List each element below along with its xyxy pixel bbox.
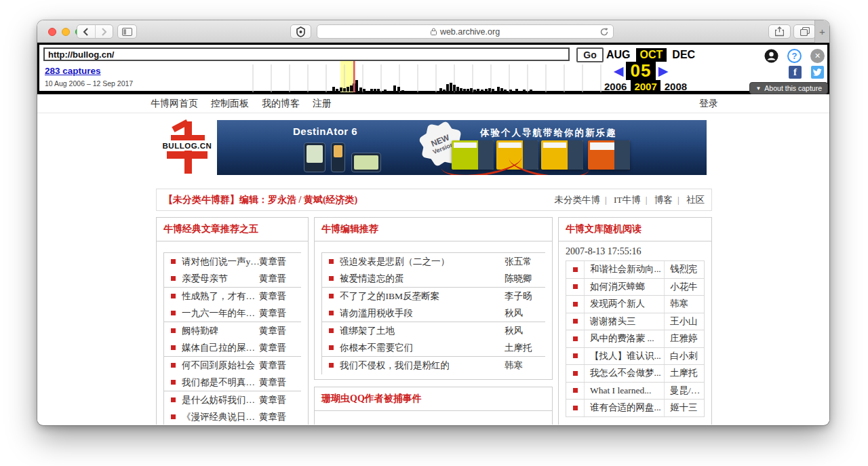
article-link[interactable]: 请对他们说一声y… [182, 256, 259, 268]
site-nav-link[interactable]: 我的博客 [262, 98, 300, 110]
site-nav-link[interactable]: 控制面板 [211, 98, 249, 110]
minimize-window-button[interactable] [62, 28, 70, 36]
extension-icon[interactable] [290, 24, 311, 39]
captures-link[interactable]: 283 captures [45, 66, 101, 76]
category-link[interactable]: 未分类牛博 [555, 194, 601, 206]
month-current[interactable]: OCT [636, 48, 667, 62]
article-link[interactable]: What I learned... [584, 383, 665, 400]
author-link[interactable]: 韩寒 [665, 298, 704, 310]
author-link[interactable]: 黄章晋 [259, 360, 301, 372]
author-link[interactable]: 秋风 [505, 325, 545, 337]
article-link[interactable]: 谢谢猪头三 [584, 313, 665, 330]
article-link[interactable]: 如何消灭蟑螂 [584, 279, 665, 296]
year-current[interactable]: 2007 [631, 80, 660, 93]
article-link[interactable]: 《漫评经典说日… [182, 411, 259, 423]
category-link[interactable]: 社区 [673, 194, 705, 206]
site-nav-link[interactable]: 牛博网首页 [151, 98, 198, 110]
article-link[interactable]: 发现两个新人 [584, 296, 665, 313]
back-button[interactable] [77, 25, 95, 38]
author-link[interactable]: 白小刺 [665, 350, 704, 362]
bullet-icon [566, 400, 584, 416]
facebook-icon[interactable]: f [789, 66, 802, 79]
article-link[interactable]: 我们不侵权，我们是粉红的 [340, 360, 505, 372]
author-link[interactable]: 小花牛 [665, 281, 704, 293]
author-link[interactable]: 黄章晋 [259, 325, 301, 337]
article-link[interactable]: 请勿滥用税收手段 [340, 307, 505, 319]
author-link[interactable]: 陈晓卿 [505, 273, 545, 285]
close-toolbar-icon[interactable]: ✕ [810, 49, 825, 63]
article-link[interactable]: 你根本不需要它们 [340, 342, 505, 354]
author-link[interactable]: 黄章晋 [259, 376, 301, 389]
author-link[interactable]: 王小山 [665, 315, 704, 328]
help-icon[interactable]: ? [787, 49, 802, 63]
author-link[interactable]: 土摩托 [665, 367, 704, 379]
twitter-icon[interactable] [811, 66, 824, 79]
author-link[interactable]: 秋风 [505, 307, 545, 319]
article-link[interactable]: 不了了之的IBM反垄断案 [340, 290, 505, 303]
article-link[interactable]: 我怎么不会做梦... [584, 365, 665, 382]
author-link[interactable]: 曼昆/… [665, 385, 704, 397]
author-link[interactable]: 李子旸 [505, 290, 545, 303]
login-link[interactable]: 登录 [699, 98, 718, 110]
year-prev[interactable]: 2006 [601, 80, 629, 93]
article-link[interactable]: 性成熟了，才有… [182, 290, 259, 303]
article-link[interactable]: 一九六一年的年… [182, 307, 259, 319]
author-link[interactable]: 黄章晋 [259, 290, 301, 303]
article-row: 亲爱母亲节 黄章晋 [164, 271, 301, 288]
article-link[interactable]: 亲爱母亲节 [182, 273, 259, 285]
author-link[interactable]: 黄章晋 [259, 307, 301, 319]
article-link[interactable]: 风中的费洛蒙 ... [584, 330, 665, 347]
category-link[interactable]: IT牛博 [600, 194, 641, 206]
article-link[interactable]: 和谐社会新动向... [584, 261, 665, 278]
sidebar-toggle-button[interactable] [117, 24, 137, 39]
close-window-button[interactable] [48, 28, 56, 36]
profile-icon[interactable] [764, 49, 778, 63]
browser-titlebar: web.archive.org + [37, 20, 829, 43]
year-next[interactable]: 2008 [662, 80, 690, 93]
share-button[interactable] [768, 24, 791, 39]
author-link[interactable]: 姬十三 [665, 402, 704, 414]
author-link[interactable]: 庄雅婷 [665, 332, 704, 345]
article-link[interactable]: 媒体自己拉的屎… [182, 342, 259, 354]
author-link[interactable]: 黄章晋 [259, 256, 301, 268]
tab-overview-button[interactable] [793, 24, 816, 39]
article-link[interactable]: 是什么妨碍我们… [182, 394, 259, 406]
author-link[interactable]: 黄章晋 [259, 342, 301, 354]
new-tab-button[interactable]: + [814, 20, 829, 43]
desktop: web.archive.org + Go AUG OCT DEC 283 [0, 0, 868, 466]
author-link[interactable]: 钱烈宪 [665, 263, 704, 275]
go-button[interactable]: Go [576, 47, 604, 62]
author-link[interactable]: 土摩托 [505, 342, 545, 354]
article-link[interactable]: 谁绑架了土地 [340, 325, 505, 337]
author-link[interactable]: 张五常 [505, 256, 545, 268]
next-capture-arrow[interactable]: ▶ [656, 62, 671, 80]
author-link[interactable]: 黄章晋 [259, 273, 301, 285]
article-link[interactable]: 我们都是不明真… [182, 376, 259, 389]
about-this-capture-button[interactable]: ▼ About this capture [749, 82, 828, 94]
article-link[interactable]: 【找人】谁认识... [584, 348, 665, 365]
forward-button[interactable] [95, 25, 113, 38]
address-text: web.archive.org [440, 27, 500, 37]
author-link[interactable]: 韩寒 [505, 360, 545, 372]
article-link[interactable]: 强迫发表是悲剧（二之一） [340, 256, 505, 268]
article-link[interactable]: 谁有合适的网盘... [584, 400, 665, 416]
article-row: 发现两个新人 韩寒 [566, 296, 704, 313]
category-band: 【未分类牛博群】编辑：罗永浩 / 黄斌(经济类) 未分类牛博 IT牛博 博客 [156, 189, 712, 211]
author-link[interactable]: 黄章晋 [259, 394, 301, 406]
address-bar[interactable]: web.archive.org [317, 24, 614, 39]
ad-banner[interactable]: DestinAtor 6 NEW Version 体验个人导航带给你的新乐趣 [217, 120, 707, 175]
month-prev[interactable]: AUG [606, 49, 631, 61]
previous-capture-arrow[interactable]: ◀ [611, 62, 626, 80]
share-icons: f [789, 66, 824, 79]
category-link[interactable]: 博客 [641, 194, 673, 206]
month-next[interactable]: DEC [672, 49, 695, 61]
article-link[interactable]: 何不回到原始社会 [182, 360, 259, 372]
article-link[interactable]: 阙特勤碑 [182, 325, 259, 337]
author-link[interactable]: 黄章晋 [259, 411, 301, 423]
refresh-icon[interactable] [599, 27, 609, 37]
site-nav-link[interactable]: 注册 [313, 98, 332, 110]
article-link[interactable]: 被爱情遗忘的蛋 [340, 273, 505, 285]
capture-timeline[interactable] [246, 61, 606, 92]
bullog-logo[interactable]: BULLOG.CN [157, 120, 217, 175]
wayback-url-input[interactable] [43, 47, 570, 61]
